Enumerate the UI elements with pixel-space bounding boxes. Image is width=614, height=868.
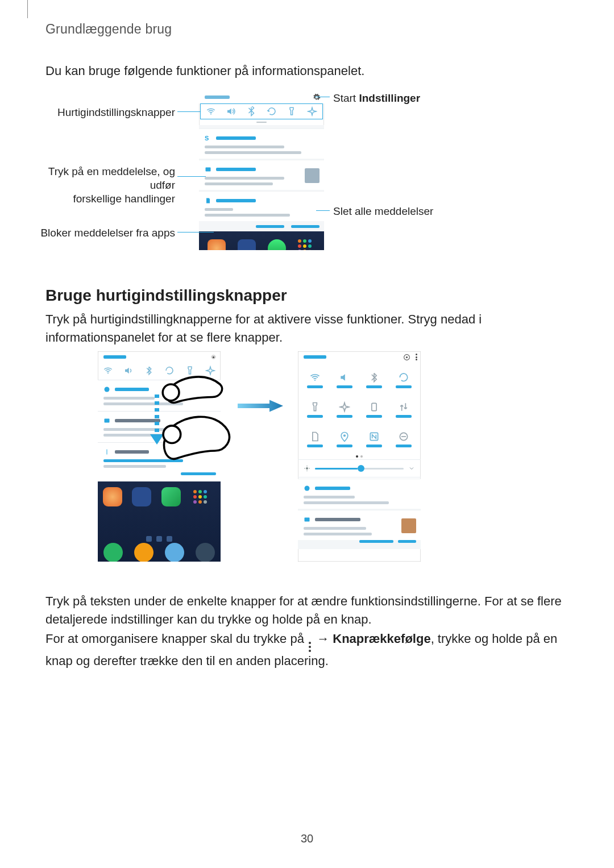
brightness-slider xyxy=(298,459,421,477)
notification-commands xyxy=(98,472,221,481)
phone-screenshot: S xyxy=(199,91,324,250)
qs-hotspot xyxy=(300,424,330,454)
phone-app-icon xyxy=(103,543,123,562)
svg-rect-12 xyxy=(372,403,376,410)
wifi-icon xyxy=(309,372,321,383)
chevron-down-icon xyxy=(408,465,415,472)
notification-item xyxy=(298,510,421,540)
more-icon xyxy=(416,354,417,360)
nfc-icon xyxy=(368,431,380,442)
browser-app-icon xyxy=(165,543,184,562)
quick-settings-row xyxy=(200,103,323,119)
svg-point-22 xyxy=(305,485,310,491)
messages-app-icon xyxy=(134,543,154,562)
section-paragraph: Tryk på hurtigindstillingknapperne for a… xyxy=(45,310,557,347)
picture-icon xyxy=(103,417,110,424)
svg-point-4 xyxy=(105,387,110,392)
svg-point-17 xyxy=(306,467,308,470)
bluetooth-icon xyxy=(246,106,256,117)
bluetooth-icon xyxy=(368,372,380,383)
app-badge-icon: S xyxy=(205,135,211,142)
quick-settings-row xyxy=(98,363,221,379)
page-number: 30 xyxy=(0,832,614,845)
callout-line xyxy=(177,111,200,112)
callout-block-apps: Bloker meddelelser fra apps xyxy=(28,226,175,240)
swipe-arrowhead xyxy=(150,434,164,445)
qs-sound xyxy=(330,365,359,394)
callout-start-settings: Start Indstillinger xyxy=(333,92,420,105)
home-dock xyxy=(199,231,324,250)
gear-icon xyxy=(313,93,321,101)
sound-icon xyxy=(226,106,236,117)
callout-line xyxy=(315,97,330,97)
figure-notification-panel: S xyxy=(45,85,569,256)
paragraph-tap-label: Tryk på teksten under de enkelte knapper… xyxy=(45,592,569,629)
intro-text: Du kan bruge følgende funktioner på info… xyxy=(45,64,364,78)
status-time-blur xyxy=(103,355,126,359)
apps-drawer-icon xyxy=(298,239,316,250)
rotate-icon xyxy=(398,372,409,383)
svg-rect-1 xyxy=(206,167,211,171)
location-icon xyxy=(339,431,350,442)
sound-icon xyxy=(123,366,134,376)
document-icon xyxy=(309,431,321,442)
notification-item xyxy=(298,479,421,509)
status-bar xyxy=(199,91,324,103)
qs-rotate xyxy=(389,365,418,394)
gear-icon xyxy=(403,354,410,361)
play-store-icon xyxy=(161,487,181,506)
picture-icon xyxy=(304,516,310,523)
block-link-blur xyxy=(256,225,284,228)
sd-card-icon xyxy=(205,197,211,204)
wifi-icon xyxy=(103,366,113,376)
airplane-icon xyxy=(205,366,215,376)
brightness-icon xyxy=(304,465,310,472)
app-icon xyxy=(268,239,286,250)
more-icon xyxy=(309,642,312,652)
app-badge-icon xyxy=(304,485,310,492)
section-heading: Bruge hurtigindstillingsknapper xyxy=(45,286,287,305)
svg-point-3 xyxy=(107,373,109,374)
home-screen xyxy=(98,481,221,562)
status-time-blur xyxy=(304,355,326,359)
svg-rect-5 xyxy=(105,418,110,422)
qs-dnd xyxy=(389,424,418,454)
svg-marker-8 xyxy=(238,400,283,412)
callout-line xyxy=(177,232,214,232)
svg-point-13 xyxy=(343,434,346,437)
slider-track xyxy=(315,468,404,470)
usb-icon xyxy=(103,448,110,455)
svg-point-10 xyxy=(406,356,408,358)
callout-line xyxy=(316,210,330,211)
flashlight-icon xyxy=(185,366,195,376)
phone-before xyxy=(98,351,221,562)
notification-item xyxy=(199,160,324,190)
notification-item: S xyxy=(199,128,324,159)
rotate-icon xyxy=(164,366,175,376)
notification-commands xyxy=(199,221,324,231)
notification-list: S xyxy=(199,125,324,231)
qs-flashlight xyxy=(300,394,330,424)
notification-item xyxy=(98,380,221,410)
battery-icon xyxy=(368,401,380,413)
svg-rect-23 xyxy=(305,517,310,521)
svg-point-0 xyxy=(210,113,211,114)
rotate-icon xyxy=(267,106,277,117)
panel-handle xyxy=(199,119,324,125)
status-bar xyxy=(298,351,421,363)
airplane-icon xyxy=(339,401,350,413)
app-icon xyxy=(208,239,226,250)
svg-point-11 xyxy=(314,379,316,380)
bluetooth-icon xyxy=(144,366,154,376)
status-time-blur xyxy=(205,95,230,99)
qs-data xyxy=(389,394,418,424)
figure-swipe-expand xyxy=(98,351,518,573)
data-icon xyxy=(398,401,409,413)
swipe-trace xyxy=(155,394,159,434)
running-header: Grundlæggende brug xyxy=(45,22,172,37)
qs-bluetooth xyxy=(359,365,389,394)
manual-page: Grundlæggende brug Du kan bruge følgende… xyxy=(0,0,614,868)
notification-thumbnail xyxy=(401,518,416,533)
sound-icon xyxy=(339,372,350,383)
qs-pager xyxy=(298,454,421,459)
